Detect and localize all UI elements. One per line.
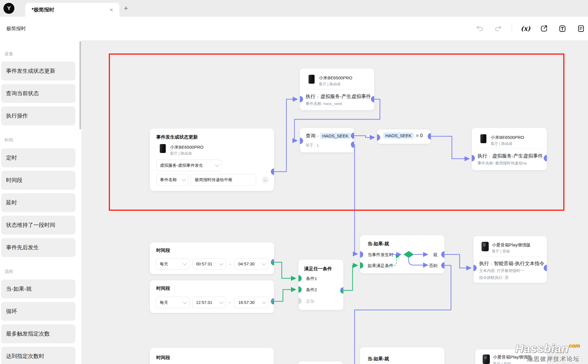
- palette-item-event-sequence[interactable]: 事件先后发生: [1, 238, 75, 257]
- range-separator: ~: [229, 300, 231, 305]
- wire-anycond-to-if: [343, 265, 357, 290]
- repeat-select[interactable]: 每天: [156, 258, 189, 270]
- palette-item-delay[interactable]: 延时: [1, 193, 75, 212]
- wire-then-to-speaker: [444, 254, 471, 268]
- close-icon[interactable]: ×: [110, 7, 113, 13]
- output-port[interactable]: [340, 287, 343, 294]
- palette-item-event-or-state[interactable]: 事件发生或状态更新: [1, 62, 75, 81]
- range-separator: ~: [229, 262, 231, 267]
- input-port-1[interactable]: [298, 275, 302, 281]
- chevron-down-icon: [262, 261, 266, 265]
- else-label: 否则: [429, 263, 437, 269]
- device-location: 客厅 | 音箱: [492, 249, 510, 254]
- wire-timespan2-to-cond2: [274, 290, 295, 301]
- node-divider: [479, 256, 542, 256]
- input-port-2[interactable]: [298, 286, 302, 293]
- palette-section-flow: 流程: [5, 269, 13, 274]
- node-title: 时间段: [156, 286, 170, 292]
- app-logo-icon: Y: [3, 3, 14, 14]
- chevron-right-icon: ›: [489, 261, 494, 266]
- text-tool-icon[interactable]: [557, 24, 567, 33]
- condition-row-2: 条件2: [306, 287, 317, 293]
- node-when-if-then-partial[interactable]: 当-如果-就: [360, 347, 444, 364]
- action-verb: 执行: [479, 261, 489, 266]
- export-icon[interactable]: [539, 24, 549, 33]
- redo-icon[interactable]: [493, 24, 503, 33]
- device-location: 客厅 | 音箱: [493, 361, 511, 364]
- logo-glyph: Y: [7, 5, 11, 12]
- node-any-condition-partial[interactable]: [298, 361, 343, 364]
- new-tab-button[interactable]: +: [124, 4, 128, 13]
- watermark-tld: com: [569, 342, 580, 348]
- input-port[interactable]: [473, 265, 477, 271]
- start-time-select[interactable]: 12:57:31: [192, 297, 226, 308]
- end-time-select[interactable]: 16:57:30: [235, 297, 269, 308]
- palette-item-max-triggers[interactable]: 最多触发指定次数: [1, 324, 75, 343]
- speaker-device-icon: [482, 242, 489, 251]
- end-time-select[interactable]: 04:57:30: [235, 258, 269, 270]
- action-name: 智能音箱-执行文本指令: [494, 261, 545, 266]
- add-condition-button[interactable]: 添加: [306, 299, 315, 304]
- palette-item-reach-count[interactable]: 达到指定次数时: [1, 347, 75, 364]
- tab-active[interactable]: *极简报时 ×: [25, 3, 119, 17]
- palette-item-schedule[interactable]: 定时: [1, 148, 75, 167]
- watermark-brand: Hassbian: [515, 342, 569, 355]
- device-name: 小爱音箱Play增强版: [492, 242, 530, 248]
- notes-icon[interactable]: [576, 24, 586, 33]
- action-detail-text: 文本内容: 打开极简报时一: [479, 268, 524, 273]
- action-detail-silent: 指令静默执行: 否: [479, 275, 509, 280]
- output-port-then[interactable]: [441, 251, 444, 258]
- palette-item-query-state[interactable]: 查询当前状态: [1, 84, 75, 103]
- node-title: 时间段: [156, 248, 170, 254]
- toolbar-divider: [512, 23, 512, 34]
- annotation-red-rectangle: [109, 53, 564, 211]
- input-port-when[interactable]: [360, 251, 363, 258]
- flow-canvas[interactable]: 小米BE6500PRO 客厅 | 路由器 执行›虚拟服务-产生虚拟事件 事件名称…: [81, 40, 588, 364]
- watermark-caption: 瀚思彼岸技术论坛: [515, 356, 580, 362]
- tab-title: *极简报时: [32, 6, 110, 13]
- palette-section-devices: 设备: [5, 51, 13, 57]
- chevron-down-icon: [219, 261, 223, 265]
- repeat-select[interactable]: 每天: [156, 297, 189, 308]
- start-time-select[interactable]: 00:57:31: [192, 258, 226, 270]
- chevron-down-icon: [262, 300, 266, 304]
- condition-row-1: 条件1: [306, 276, 317, 281]
- node-when-if-then[interactable]: 当-如果-就 当事件发生时 如果满足条件 就 否则: [360, 235, 444, 273]
- node-palette-sidebar: 设备 事件发生或状态更新 查询当前状态 执行操作 时间 定时 时间段 延时 状态…: [0, 40, 81, 364]
- palette-section-time: 时间: [5, 137, 13, 143]
- output-port[interactable]: [544, 265, 547, 271]
- node-title: 满足任一条件: [304, 266, 332, 272]
- node-title: 时间段: [156, 355, 170, 361]
- sidebar-scrollbar[interactable]: [79, 41, 81, 129]
- then-label: 就: [433, 252, 437, 258]
- output-port-else[interactable]: [441, 262, 444, 269]
- node-speaker-tts[interactable]: 小爱音箱Play增强版 客厅 | 音箱 执行›智能音箱-执行文本指令 文本内容:…: [473, 236, 547, 283]
- palette-item-run-action[interactable]: 执行操作: [1, 106, 75, 125]
- undo-icon[interactable]: [475, 24, 485, 33]
- node-timespan-night[interactable]: 时间段 每天 00:57:31 ~ 04:57:30: [150, 242, 274, 274]
- palette-item-loop[interactable]: 循环: [1, 302, 75, 321]
- palette-item-time-span[interactable]: 时间段: [1, 171, 75, 190]
- output-port[interactable]: [271, 259, 274, 265]
- if-label: 如果满足条件: [368, 263, 393, 269]
- variables-icon[interactable]: (x): [521, 24, 530, 33]
- palette-item-when-if-then[interactable]: 当-如果-就: [1, 279, 75, 298]
- chevron-down-icon: [219, 300, 223, 304]
- header: 极简报时 (x): [0, 17, 588, 40]
- output-port[interactable]: [271, 298, 274, 304]
- node-title: 当-如果-就: [368, 241, 389, 247]
- when-label: 当事件发生时: [368, 252, 393, 258]
- watermark: Hassbiancom 瀚思彼岸技术论坛: [515, 343, 580, 362]
- node-timespan-partial[interactable]: 时间段: [150, 348, 274, 364]
- node-title: 当-如果-就: [368, 356, 389, 362]
- wire-timespan1-to-cond1: [274, 262, 295, 278]
- speaker-device-icon: [483, 355, 490, 364]
- tab-bar: Y *极简报时 × +: [0, 0, 588, 17]
- input-port-if[interactable]: [360, 262, 363, 269]
- input-port-add[interactable]: [298, 298, 302, 304]
- node-timespan-afternoon[interactable]: 时间段 每天 12:57:31 ~ 16:57:30: [150, 280, 274, 313]
- node-any-condition[interactable]: 满足任一条件 条件1 条件2 添加: [298, 260, 343, 310]
- chevron-down-icon: [183, 300, 187, 304]
- palette-item-state-held[interactable]: 状态维持了一段时间: [1, 216, 75, 235]
- page-title: 极简报时: [6, 25, 26, 32]
